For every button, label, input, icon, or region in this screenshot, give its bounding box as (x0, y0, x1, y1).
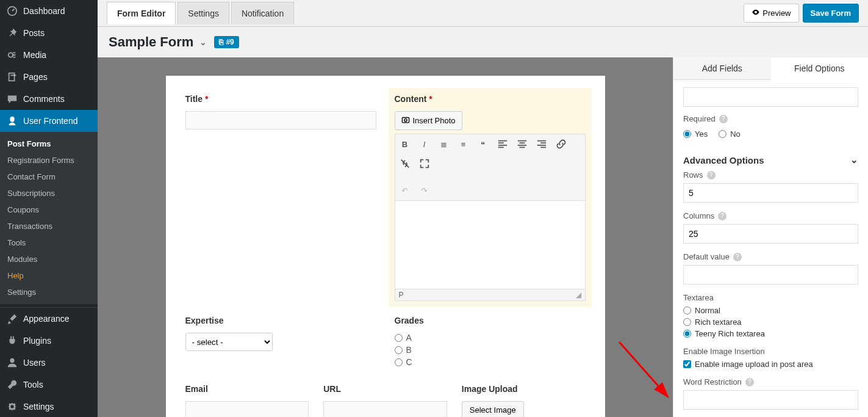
email-input[interactable] (185, 401, 309, 417)
field-grades[interactable]: Grades A B C (395, 316, 586, 369)
align-right-icon[interactable] (536, 138, 548, 150)
media-icon (6, 49, 18, 61)
form-title-bar: Sample Form ⌄ ⎘ #9 (98, 27, 868, 57)
tab-settings[interactable]: Settings (178, 2, 229, 24)
sidebar-label: Appearance (23, 314, 70, 324)
sidebar-item-appearance[interactable]: Appearance (0, 308, 98, 330)
sidebar-item-tools[interactable]: Tools (0, 374, 98, 396)
rows-input[interactable] (683, 183, 858, 203)
tab-form-editor[interactable]: Form Editor (107, 2, 176, 24)
number-list-icon[interactable]: ≡ (457, 138, 470, 150)
field-content[interactable]: Content * Insert Photo B I ≣ ≡ (389, 88, 592, 307)
submenu-post-forms[interactable]: Post Forms (0, 136, 98, 152)
align-center-icon[interactable] (516, 138, 528, 150)
resize-handle-icon[interactable]: ◢ (576, 291, 581, 299)
submenu-modules[interactable]: Modules (0, 251, 98, 267)
help-icon[interactable]: ? (745, 378, 754, 386)
submenu-transactions[interactable]: Transactions (0, 218, 98, 234)
textarea-opt-rich[interactable]: Rich textarea (683, 317, 858, 327)
sidebar-item-settings[interactable]: Settings (0, 396, 98, 417)
required-yes[interactable]: Yes (683, 129, 708, 139)
field-label: Content * (395, 94, 586, 104)
grade-option[interactable]: C (395, 357, 586, 367)
field-name-input[interactable] (683, 87, 858, 107)
default-value-label: Default value ? (683, 252, 858, 261)
submenu-help[interactable]: Help (0, 267, 98, 284)
tab-add-fields[interactable]: Add Fields (673, 57, 771, 80)
submenu-contact-form[interactable]: Contact Form (0, 169, 98, 185)
advanced-options-header[interactable]: Advanced Options ⌄ (683, 150, 858, 170)
sidebar-item-posts[interactable]: Posts (0, 22, 98, 44)
sidebar-label: Tools (23, 380, 43, 390)
submenu-settings[interactable]: Settings (0, 284, 98, 300)
align-left-icon[interactable] (497, 138, 509, 150)
sidebar-label: User Frontend (23, 116, 77, 126)
rows-label: Rows ? (683, 170, 858, 179)
link-icon[interactable] (555, 138, 567, 150)
sidebar-label: Settings (23, 402, 54, 412)
default-value-input[interactable] (683, 265, 858, 285)
save-form-button[interactable]: Save Form (803, 4, 859, 23)
fullscreen-icon[interactable] (418, 158, 431, 170)
required-no[interactable]: No (719, 129, 741, 139)
url-input[interactable] (323, 401, 447, 417)
help-icon[interactable]: ? (707, 171, 716, 179)
redo-icon[interactable]: ↷ (418, 184, 431, 197)
main-area: Form Editor Settings Notification Previe… (98, 0, 868, 417)
field-image-upload[interactable]: Image Upload Select Image (462, 384, 586, 417)
sidebar-item-dashboard[interactable]: Dashboard (0, 0, 98, 22)
tab-field-options[interactable]: Field Options (771, 57, 869, 80)
bold-icon[interactable]: B (399, 138, 411, 150)
admin-sidebar: Dashboard Posts Media Pages Comments Use… (0, 0, 98, 417)
bullet-list-icon[interactable]: ≣ (438, 138, 450, 150)
insert-photo-button[interactable]: Insert Photo (395, 111, 462, 130)
sidebar-label: Dashboard (23, 6, 65, 16)
help-icon[interactable]: ? (718, 212, 726, 220)
field-title[interactable]: Title * (185, 94, 376, 301)
sidebar-item-media[interactable]: Media (0, 44, 98, 66)
field-label: Image Upload (462, 384, 586, 394)
help-icon[interactable]: ? (733, 253, 742, 261)
word-restriction-label: Word Restriction ? (683, 377, 858, 386)
columns-label: Columns ? (683, 211, 858, 220)
top-tabs-bar: Form Editor Settings Notification Previe… (98, 0, 868, 27)
unlink-icon[interactable] (399, 158, 411, 170)
textarea-opt-teeny[interactable]: Teeny Rich textarea (683, 329, 858, 338)
italic-icon[interactable]: I (418, 138, 431, 150)
submenu-tools[interactable]: Tools (0, 234, 98, 251)
field-label: Grades (395, 316, 586, 325)
sidebar-item-plugins[interactable]: Plugins (0, 330, 98, 352)
select-image-button[interactable]: Select Image (462, 401, 524, 417)
form-id-badge[interactable]: ⎘ #9 (214, 36, 239, 48)
editor-body[interactable] (395, 201, 586, 289)
help-icon[interactable]: ? (719, 115, 728, 123)
sidebar-item-pages[interactable]: Pages (0, 66, 98, 88)
field-label: Email (185, 384, 309, 394)
field-email[interactable]: Email (185, 384, 309, 417)
grade-option[interactable]: A (395, 333, 586, 343)
sidebar-item-users[interactable]: Users (0, 352, 98, 374)
tab-notification[interactable]: Notification (231, 2, 294, 24)
word-restriction-input[interactable] (683, 390, 858, 410)
expertise-select[interactable]: - select - (185, 333, 273, 351)
field-url[interactable]: URL (323, 384, 447, 417)
undo-icon[interactable]: ↶ (399, 184, 411, 197)
submenu-coupons[interactable]: Coupons (0, 201, 98, 218)
enable-image-checkbox[interactable]: Enable image upload in post area (683, 360, 858, 369)
sidebar-item-comments[interactable]: Comments (0, 88, 98, 110)
grade-option[interactable]: B (395, 345, 586, 355)
preview-button[interactable]: Preview (744, 4, 798, 23)
user-icon (6, 357, 18, 369)
submenu-registration-forms[interactable]: Registration Forms (0, 152, 98, 169)
field-expertise[interactable]: Expertise - select - (185, 316, 376, 369)
textarea-opt-normal[interactable]: Normal (683, 306, 858, 315)
shortcode-icon: ⎘ (219, 38, 223, 46)
field-label: URL (323, 384, 447, 394)
form-title[interactable]: Sample Form ⌄ (109, 34, 207, 50)
quote-icon[interactable]: ❝ (477, 138, 489, 150)
columns-input[interactable] (683, 224, 858, 244)
sidebar-item-user-frontend[interactable]: User Frontend (0, 110, 98, 132)
title-input[interactable] (185, 111, 376, 129)
field-options-panel: Add Fields Field Options Required ? Yes … (673, 57, 868, 417)
submenu-subscriptions[interactable]: Subscriptions (0, 185, 98, 201)
